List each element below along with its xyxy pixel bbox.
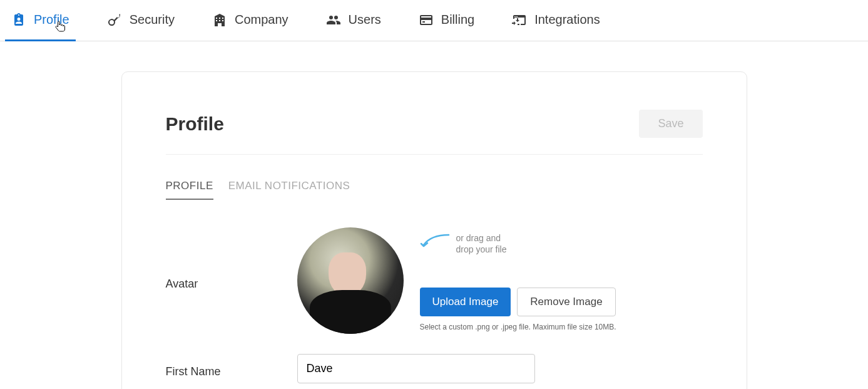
subtab-profile[interactable]: PROFILE bbox=[166, 180, 213, 200]
tab-users[interactable]: Users bbox=[320, 0, 387, 41]
page-title: Profile bbox=[166, 113, 224, 135]
avatar-label: Avatar bbox=[166, 271, 297, 291]
drag-hint-text: or drag and drop your file bbox=[456, 232, 507, 255]
tab-label: Security bbox=[130, 13, 175, 27]
profile-card: Profile Save PROFILE EMAIL NOTIFICATIONS… bbox=[121, 71, 747, 389]
users-icon bbox=[326, 13, 341, 28]
first-name-label: First Name bbox=[166, 359, 297, 378]
key-icon bbox=[107, 13, 122, 28]
tab-label: Users bbox=[349, 13, 381, 27]
clipboard-user-icon bbox=[11, 13, 26, 28]
tab-integrations[interactable]: Integrations bbox=[506, 0, 606, 41]
arrow-icon bbox=[420, 232, 450, 249]
remove-image-button[interactable]: Remove Image bbox=[517, 288, 615, 316]
first-name-input[interactable] bbox=[297, 354, 535, 383]
save-button[interactable]: Save bbox=[639, 110, 702, 138]
tab-label: Billing bbox=[441, 13, 474, 27]
card-header: Profile Save bbox=[166, 110, 703, 155]
tab-security[interactable]: Security bbox=[101, 0, 181, 41]
tab-label: Company bbox=[235, 13, 288, 27]
credit-card-icon bbox=[419, 13, 434, 28]
avatar-block: or drag and drop your file Upload Image … bbox=[297, 227, 616, 334]
avatar-button-row: Upload Image Remove Image bbox=[420, 288, 616, 316]
avatar-image bbox=[297, 227, 404, 334]
tab-label: Integrations bbox=[534, 13, 600, 27]
sub-tabs: PROFILE EMAIL NOTIFICATIONS bbox=[166, 180, 703, 200]
avatar-help-text: Select a custom .png or .jpeg file. Maxi… bbox=[420, 323, 616, 331]
avatar-controls: or drag and drop your file Upload Image … bbox=[420, 227, 616, 331]
tab-profile[interactable]: Profile bbox=[5, 0, 76, 41]
drag-hint: or drag and drop your file bbox=[420, 232, 507, 255]
window-link-icon bbox=[512, 13, 527, 28]
first-name-row: First Name bbox=[166, 353, 703, 384]
tab-label: Profile bbox=[34, 13, 69, 27]
subtab-email-notifications[interactable]: EMAIL NOTIFICATIONS bbox=[228, 180, 350, 200]
top-tabs: Profile Security Company Users Billing I… bbox=[0, 0, 868, 41]
building-icon bbox=[212, 13, 227, 28]
tab-company[interactable]: Company bbox=[206, 0, 295, 41]
tab-billing[interactable]: Billing bbox=[412, 0, 481, 41]
upload-image-button[interactable]: Upload Image bbox=[420, 288, 511, 316]
avatar-row: Avatar or drag and drop your file Upload… bbox=[166, 227, 703, 334]
